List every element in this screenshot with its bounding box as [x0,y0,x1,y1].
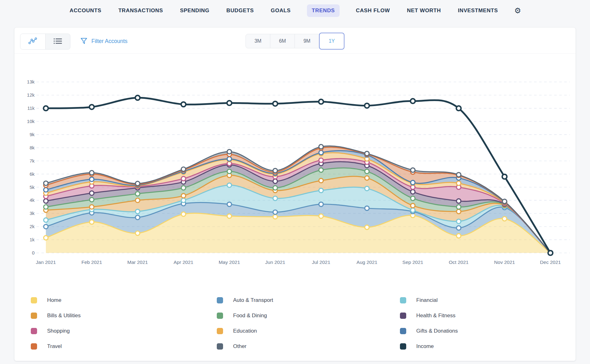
time-range-group: 3M6M9M1Y [246,32,345,50]
legend-label: Bills & Utilities [47,313,81,319]
legend-label: Travel [47,343,62,350]
top-nav: ACCOUNTSTRANSACTIONSSPENDINGBUDGETSGOALS… [0,0,590,21]
chart-card [14,28,576,361]
line-chart-icon [28,37,37,46]
legend-item-bills-utilities[interactable]: Bills & Utilities [31,313,81,319]
gear-icon[interactable]: ⚙ [514,7,521,14]
legend-swatch [31,343,37,350]
legend-swatch [400,313,406,319]
chart-view-button[interactable] [20,34,45,49]
list-view-button[interactable] [45,34,70,49]
legend-label: Home [47,297,61,303]
legend-item-travel[interactable]: Travel [31,343,81,350]
legend-item-other[interactable]: Other [217,343,273,350]
nav-item-accounts[interactable]: ACCOUNTS [69,4,102,17]
range-button-1y[interactable]: 1Y [319,33,345,50]
view-toggle [20,34,70,50]
filter-accounts-button[interactable]: Filter Accounts [76,34,131,49]
range-button-3m[interactable]: 3M [246,34,270,48]
legend-label: Education [233,328,257,334]
trends-page: ACCOUNTSTRANSACTIONSSPENDINGBUDGETSGOALS… [0,0,590,364]
legend-column-2: Auto & TransportFood & DiningEducationOt… [217,297,273,359]
nav-item-trends[interactable]: TRENDS [307,4,340,17]
legend-label: Other [233,343,247,350]
nav-item-spending[interactable]: SPENDING [179,4,210,17]
legend-column-1: HomeBills & UtilitiesShoppingTravel [31,297,81,359]
legend-swatch [31,313,37,319]
legend-swatch [400,343,406,350]
nav-item-net-worth[interactable]: NET WORTH [406,4,441,17]
legend-label: Auto & Transport [233,297,273,303]
legend-label: Gifts & Donations [416,328,458,334]
legend-swatch [400,297,406,303]
legend-swatch [217,343,223,350]
legend-label: Health & Fitness [416,313,456,319]
legend-swatch [31,328,37,334]
legend-swatch [217,297,223,303]
chart-toolbar: Filter Accounts 3M6M9M1Y [14,28,576,54]
nav-item-goals[interactable]: GOALS [270,4,291,17]
legend-label: Financial [416,297,438,303]
filter-accounts-label: Filter Accounts [91,38,128,45]
filter-funnel-icon [80,37,88,46]
legend-swatch [217,328,223,334]
legend-swatch [31,297,37,303]
legend-item-shopping[interactable]: Shopping [31,328,81,334]
legend-item-financial[interactable]: Financial [400,297,458,303]
legend-swatch [400,328,406,334]
legend-item-gifts-donations[interactable]: Gifts & Donations [400,328,458,334]
legend-item-auto-transport[interactable]: Auto & Transport [217,297,273,303]
legend-column-3: FinancialHealth & FitnessGifts & Donatio… [400,297,458,359]
legend-item-food-dining[interactable]: Food & Dining [217,313,273,319]
nav-item-investments[interactable]: INVESTMENTS [457,4,499,17]
legend-item-health-fitness[interactable]: Health & Fitness [400,313,458,319]
nav-item-cash-flow[interactable]: CASH FLOW [355,4,391,17]
range-button-6m[interactable]: 6M [270,34,295,48]
nav-item-transactions[interactable]: TRANSACTIONS [118,4,164,17]
list-icon [53,37,63,46]
legend-item-income[interactable]: Income [400,343,458,350]
range-button-9m[interactable]: 9M [295,34,320,48]
legend-label: Food & Dining [233,313,267,319]
legend-label: Income [416,343,434,350]
legend-label: Shopping [47,328,70,334]
legend-item-home[interactable]: Home [31,297,81,303]
nav-item-budgets[interactable]: BUDGETS [226,4,254,17]
legend-swatch [217,313,223,319]
legend-item-education[interactable]: Education [217,328,273,334]
